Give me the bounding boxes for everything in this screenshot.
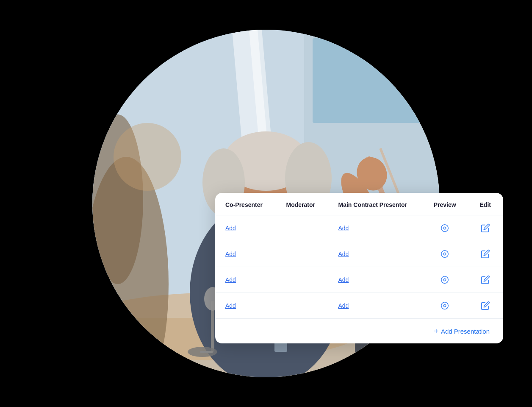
preview-icon-btn-3[interactable] (438, 299, 452, 312)
cell-moderator-0 (276, 215, 328, 241)
table-footer: + Add Presentation (215, 318, 503, 343)
plus-icon: + (434, 327, 438, 335)
table-row: AddAdd (215, 215, 503, 241)
cell-main-contract-2: Add (328, 267, 422, 293)
cell-co-presenter-2: Add (215, 267, 276, 293)
preview-icon-btn-2[interactable] (438, 273, 452, 287)
cell-moderator-3 (276, 293, 328, 319)
edit-icon-btn-0[interactable] (479, 221, 492, 235)
table-row: AddAdd (215, 241, 503, 267)
svg-point-31 (114, 123, 181, 191)
presentations-table: Co-Presenter Moderator Main Contract Pre… (215, 193, 503, 318)
table-row: AddAdd (215, 267, 503, 293)
cell-preview-2 (422, 267, 468, 293)
cell-preview-0 (422, 215, 468, 241)
svg-point-39 (443, 304, 446, 307)
presentations-card: Co-Presenter Moderator Main Contract Pre… (215, 193, 503, 343)
add-main-contract-link-0[interactable]: Add (338, 225, 349, 231)
add-main-contract-link-2[interactable]: Add (338, 276, 349, 283)
add-co-presenter-link-3[interactable]: Add (225, 302, 236, 309)
svg-point-33 (443, 227, 446, 229)
cell-co-presenter-3: Add (215, 293, 276, 319)
add-presentation-label: Add Presentation (441, 328, 490, 335)
cell-edit-1 (467, 241, 503, 267)
cell-main-contract-1: Add (328, 241, 422, 267)
preview-icon-btn-0[interactable] (438, 221, 452, 235)
col-header-moderator: Moderator (276, 193, 328, 215)
col-header-edit: Edit (467, 193, 503, 215)
cell-preview-3 (422, 293, 468, 319)
preview-icon-btn-1[interactable] (438, 247, 452, 261)
edit-icon-btn-3[interactable] (479, 299, 492, 312)
col-header-co-presenter: Co-Presenter (215, 193, 276, 215)
col-header-preview: Preview (422, 193, 468, 215)
svg-point-36 (441, 276, 449, 284)
edit-icon-btn-1[interactable] (479, 247, 492, 261)
add-co-presenter-link-2[interactable]: Add (225, 276, 236, 283)
scene: Co-Presenter Moderator Main Contract Pre… (54, 13, 478, 394)
cell-moderator-1 (276, 241, 328, 267)
cell-preview-1 (422, 241, 468, 267)
add-co-presenter-link-1[interactable]: Add (225, 251, 236, 257)
col-header-main-contract: Main Contract Presentor (328, 193, 422, 215)
svg-point-34 (441, 251, 449, 258)
cell-edit-2 (467, 267, 503, 293)
svg-point-32 (441, 225, 449, 232)
svg-point-38 (441, 302, 449, 309)
svg-point-37 (443, 279, 446, 281)
cell-co-presenter-1: Add (215, 241, 276, 267)
cell-edit-0 (467, 215, 503, 241)
cell-moderator-2 (276, 267, 328, 293)
svg-rect-4 (313, 38, 431, 123)
add-presentation-button[interactable]: + Add Presentation (430, 326, 493, 337)
table-container: Co-Presenter Moderator Main Contract Pre… (215, 193, 503, 318)
add-main-contract-link-1[interactable]: Add (338, 251, 349, 257)
svg-point-35 (443, 253, 446, 255)
cell-main-contract-0: Add (328, 215, 422, 241)
table-row: AddAdd (215, 293, 503, 319)
cell-edit-3 (467, 293, 503, 319)
add-co-presenter-link-0[interactable]: Add (225, 225, 236, 231)
add-main-contract-link-3[interactable]: Add (338, 302, 349, 309)
cell-main-contract-3: Add (328, 293, 422, 319)
table-header-row: Co-Presenter Moderator Main Contract Pre… (215, 193, 503, 215)
cell-co-presenter-0: Add (215, 215, 276, 241)
edit-icon-btn-2[interactable] (479, 273, 492, 287)
